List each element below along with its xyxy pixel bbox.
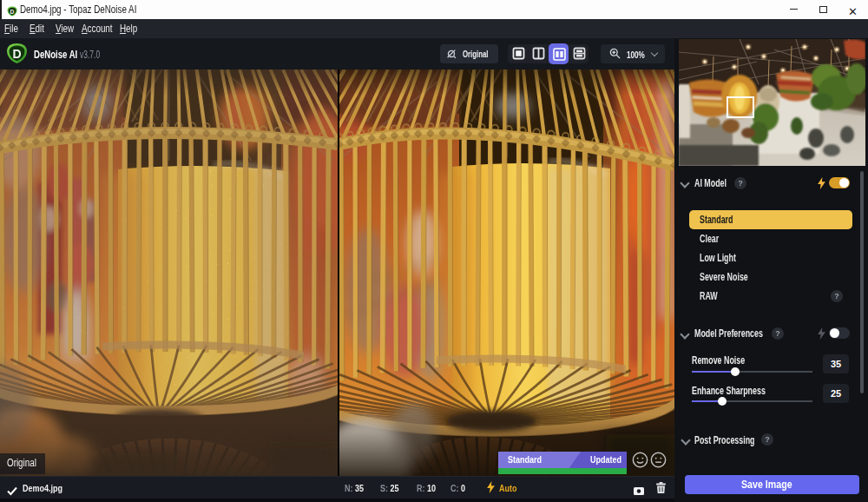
svg-text:D: D [12, 47, 21, 61]
svg-text:D: D [10, 9, 15, 15]
